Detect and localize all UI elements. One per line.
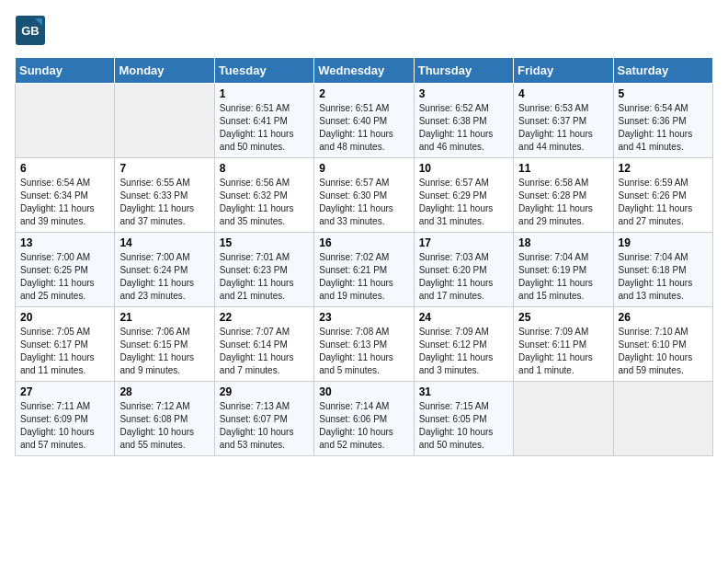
calendar-cell: 1Sunrise: 6:51 AM Sunset: 6:41 PM Daylig… (214, 84, 313, 158)
calendar-week-row: 13Sunrise: 7:00 AM Sunset: 6:25 PM Dayli… (16, 233, 713, 307)
day-number: 26 (619, 311, 708, 324)
day-number: 6 (20, 162, 109, 175)
day-number: 17 (419, 236, 508, 249)
calendar-cell: 13Sunrise: 7:00 AM Sunset: 6:25 PM Dayli… (16, 233, 115, 307)
calendar-cell: 23Sunrise: 7:08 AM Sunset: 6:13 PM Dayli… (314, 307, 414, 382)
calendar-cell: 2Sunrise: 6:51 AM Sunset: 6:40 PM Daylig… (314, 84, 414, 158)
day-number: 31 (419, 385, 508, 398)
calendar-cell: 22Sunrise: 7:07 AM Sunset: 6:14 PM Dayli… (214, 307, 313, 382)
calendar-cell: 9Sunrise: 6:57 AM Sunset: 6:30 PM Daylig… (314, 158, 414, 233)
calendar-header-row: SundayMondayTuesdayWednesdayThursdayFrid… (16, 58, 713, 84)
day-header-friday: Friday (514, 58, 613, 84)
calendar-cell: 28Sunrise: 7:12 AM Sunset: 6:08 PM Dayli… (115, 382, 214, 456)
day-info: Sunrise: 7:14 AM Sunset: 6:06 PM Dayligh… (319, 400, 408, 452)
day-info: Sunrise: 6:51 AM Sunset: 6:40 PM Dayligh… (319, 102, 408, 154)
calendar-cell (16, 84, 115, 158)
calendar-cell (613, 382, 712, 456)
day-number: 28 (119, 385, 209, 398)
logo: GB (15, 15, 46, 46)
day-info: Sunrise: 7:12 AM Sunset: 6:08 PM Dayligh… (119, 400, 209, 452)
calendar-cell: 4Sunrise: 6:53 AM Sunset: 6:37 PM Daylig… (514, 84, 613, 158)
day-info: Sunrise: 7:07 AM Sunset: 6:14 PM Dayligh… (220, 326, 309, 377)
day-number: 7 (119, 162, 209, 175)
day-info: Sunrise: 6:59 AM Sunset: 6:26 PM Dayligh… (619, 177, 708, 228)
day-info: Sunrise: 6:56 AM Sunset: 6:32 PM Dayligh… (220, 177, 309, 228)
day-header-saturday: Saturday (613, 58, 712, 84)
day-info: Sunrise: 7:04 AM Sunset: 6:19 PM Dayligh… (518, 251, 608, 303)
day-number: 5 (619, 87, 708, 100)
day-number: 2 (319, 87, 408, 100)
day-number: 15 (220, 236, 309, 249)
day-number: 8 (220, 162, 309, 175)
day-number: 29 (220, 385, 309, 398)
day-number: 25 (518, 311, 608, 324)
calendar-cell: 12Sunrise: 6:59 AM Sunset: 6:26 PM Dayli… (613, 158, 712, 233)
logo-icon: GB (15, 15, 46, 46)
calendar-table: SundayMondayTuesdayWednesdayThursdayFrid… (15, 57, 713, 456)
calendar-cell: 25Sunrise: 7:09 AM Sunset: 6:11 PM Dayli… (514, 307, 613, 382)
day-info: Sunrise: 6:51 AM Sunset: 6:41 PM Dayligh… (220, 102, 309, 154)
day-info: Sunrise: 7:05 AM Sunset: 6:17 PM Dayligh… (20, 326, 109, 377)
calendar-cell: 21Sunrise: 7:06 AM Sunset: 6:15 PM Dayli… (115, 307, 214, 382)
calendar-cell: 17Sunrise: 7:03 AM Sunset: 6:20 PM Dayli… (414, 233, 513, 307)
day-info: Sunrise: 7:06 AM Sunset: 6:15 PM Dayligh… (119, 326, 209, 377)
day-number: 16 (319, 236, 408, 249)
day-info: Sunrise: 6:54 AM Sunset: 6:34 PM Dayligh… (20, 177, 109, 228)
day-header-sunday: Sunday (16, 58, 115, 84)
calendar-cell: 16Sunrise: 7:02 AM Sunset: 6:21 PM Dayli… (314, 233, 414, 307)
day-info: Sunrise: 6:55 AM Sunset: 6:33 PM Dayligh… (119, 177, 209, 228)
calendar-cell: 31Sunrise: 7:15 AM Sunset: 6:05 PM Dayli… (414, 382, 513, 456)
calendar-cell: 20Sunrise: 7:05 AM Sunset: 6:17 PM Dayli… (16, 307, 115, 382)
day-info: Sunrise: 7:15 AM Sunset: 6:05 PM Dayligh… (419, 400, 508, 452)
day-number: 24 (419, 311, 508, 324)
day-info: Sunrise: 7:00 AM Sunset: 6:24 PM Dayligh… (119, 251, 209, 303)
calendar-cell: 29Sunrise: 7:13 AM Sunset: 6:07 PM Dayli… (214, 382, 313, 456)
day-header-tuesday: Tuesday (214, 58, 313, 84)
day-info: Sunrise: 7:10 AM Sunset: 6:10 PM Dayligh… (619, 326, 708, 377)
calendar-cell: 18Sunrise: 7:04 AM Sunset: 6:19 PM Dayli… (514, 233, 613, 307)
page-header: GB (15, 15, 713, 46)
day-number: 1 (220, 87, 309, 100)
day-number: 21 (119, 311, 209, 324)
day-number: 27 (20, 385, 109, 398)
calendar-cell (514, 382, 613, 456)
day-number: 13 (20, 236, 109, 249)
day-number: 14 (119, 236, 209, 249)
day-info: Sunrise: 6:58 AM Sunset: 6:28 PM Dayligh… (518, 177, 608, 228)
day-info: Sunrise: 7:00 AM Sunset: 6:25 PM Dayligh… (20, 251, 109, 303)
day-number: 9 (319, 162, 408, 175)
calendar-cell: 6Sunrise: 6:54 AM Sunset: 6:34 PM Daylig… (16, 158, 115, 233)
calendar-cell: 7Sunrise: 6:55 AM Sunset: 6:33 PM Daylig… (115, 158, 214, 233)
calendar-cell: 26Sunrise: 7:10 AM Sunset: 6:10 PM Dayli… (613, 307, 712, 382)
calendar-cell: 8Sunrise: 6:56 AM Sunset: 6:32 PM Daylig… (214, 158, 313, 233)
calendar-cell: 27Sunrise: 7:11 AM Sunset: 6:09 PM Dayli… (16, 382, 115, 456)
day-header-wednesday: Wednesday (314, 58, 414, 84)
day-info: Sunrise: 6:54 AM Sunset: 6:36 PM Dayligh… (619, 102, 708, 154)
calendar-cell: 5Sunrise: 6:54 AM Sunset: 6:36 PM Daylig… (613, 84, 712, 158)
day-info: Sunrise: 7:03 AM Sunset: 6:20 PM Dayligh… (419, 251, 508, 303)
day-number: 11 (518, 162, 608, 175)
day-info: Sunrise: 6:57 AM Sunset: 6:29 PM Dayligh… (419, 177, 508, 228)
calendar-week-row: 1Sunrise: 6:51 AM Sunset: 6:41 PM Daylig… (16, 84, 713, 158)
svg-text:GB: GB (21, 24, 40, 38)
calendar-cell (115, 84, 214, 158)
calendar-cell: 19Sunrise: 7:04 AM Sunset: 6:18 PM Dayli… (613, 233, 712, 307)
day-info: Sunrise: 7:09 AM Sunset: 6:11 PM Dayligh… (518, 326, 608, 377)
day-number: 12 (619, 162, 708, 175)
calendar-cell: 11Sunrise: 6:58 AM Sunset: 6:28 PM Dayli… (514, 158, 613, 233)
day-number: 20 (20, 311, 109, 324)
calendar-cell: 14Sunrise: 7:00 AM Sunset: 6:24 PM Dayli… (115, 233, 214, 307)
day-number: 30 (319, 385, 408, 398)
day-info: Sunrise: 7:04 AM Sunset: 6:18 PM Dayligh… (619, 251, 708, 303)
calendar-week-row: 27Sunrise: 7:11 AM Sunset: 6:09 PM Dayli… (16, 382, 713, 456)
day-number: 23 (319, 311, 408, 324)
calendar-cell: 30Sunrise: 7:14 AM Sunset: 6:06 PM Dayli… (314, 382, 414, 456)
day-info: Sunrise: 7:01 AM Sunset: 6:23 PM Dayligh… (220, 251, 309, 303)
day-header-thursday: Thursday (414, 58, 513, 84)
day-number: 4 (518, 87, 608, 100)
day-info: Sunrise: 7:11 AM Sunset: 6:09 PM Dayligh… (20, 400, 109, 452)
calendar-cell: 10Sunrise: 6:57 AM Sunset: 6:29 PM Dayli… (414, 158, 513, 233)
day-info: Sunrise: 6:53 AM Sunset: 6:37 PM Dayligh… (518, 102, 608, 154)
day-info: Sunrise: 7:09 AM Sunset: 6:12 PM Dayligh… (419, 326, 508, 377)
day-number: 22 (220, 311, 309, 324)
